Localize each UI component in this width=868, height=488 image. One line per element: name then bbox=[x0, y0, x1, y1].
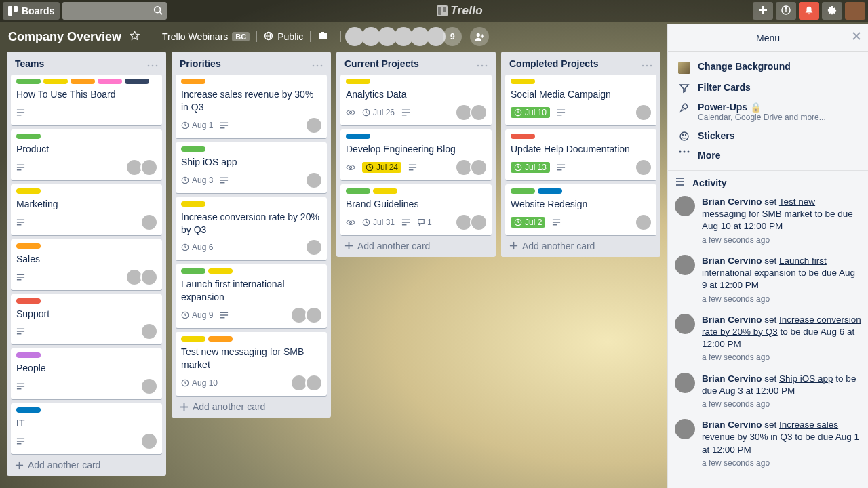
label-green bbox=[181, 268, 205, 274]
activity-avatar bbox=[675, 373, 695, 393]
card[interactable]: Sales bbox=[11, 239, 162, 290]
brand-text: Trello bbox=[450, 4, 483, 18]
member-avatar[interactable] bbox=[305, 171, 323, 189]
svg-point-46 bbox=[321, 65, 323, 67]
add-button[interactable] bbox=[753, 2, 773, 20]
boards-button[interactable]: Boards bbox=[3, 2, 60, 20]
card[interactable]: Marketing bbox=[11, 184, 162, 235]
member-avatar[interactable] bbox=[140, 432, 158, 450]
info-button[interactable] bbox=[776, 2, 796, 20]
member-avatar[interactable] bbox=[140, 378, 158, 395]
member-avatar[interactable] bbox=[305, 374, 323, 392]
svg-rect-0 bbox=[8, 6, 12, 16]
card-title: How To Use This Board bbox=[16, 88, 157, 101]
card-title: Launch first international expansion bbox=[181, 278, 321, 304]
list-menu-button[interactable] bbox=[147, 58, 158, 69]
board-canvas[interactable]: TeamsHow To Use This BoardProductMarketi… bbox=[0, 52, 667, 488]
card[interactable]: Analytics DataJul 26 bbox=[340, 75, 492, 125]
card[interactable]: Ship iOS appAug 3 bbox=[176, 142, 327, 193]
card[interactable]: Increase sales revenue by 30% in Q3Aug 1 bbox=[176, 75, 327, 138]
list-name[interactable]: Priorities bbox=[180, 58, 312, 69]
activity-header: Activity bbox=[675, 176, 861, 189]
team-name[interactable]: Trello Webinars BC bbox=[162, 31, 250, 42]
member-avatar[interactable] bbox=[470, 214, 488, 231]
search-input[interactable] bbox=[62, 2, 167, 20]
settings-button[interactable] bbox=[822, 2, 842, 20]
member-avatar[interactable] bbox=[635, 159, 652, 176]
card[interactable]: Support bbox=[11, 294, 162, 345]
label-orange bbox=[181, 79, 205, 84]
card[interactable]: Product bbox=[11, 129, 162, 180]
member-avatar[interactable] bbox=[140, 323, 158, 340]
card-title: Website Redesign bbox=[511, 198, 651, 211]
visibility-button[interactable]: Public bbox=[264, 31, 303, 43]
card[interactable]: Update Help DocumentationJul 13 bbox=[505, 129, 656, 180]
trello-logo[interactable]: Trello bbox=[170, 4, 750, 18]
add-card-button[interactable]: Add another card bbox=[11, 454, 162, 472]
briefcase-icon[interactable] bbox=[317, 30, 328, 43]
activity-item: Brian Cervino set Test new messaging for… bbox=[675, 196, 861, 245]
svg-rect-6 bbox=[443, 7, 446, 12]
menu-more[interactable]: More bbox=[675, 146, 861, 165]
notifications-button[interactable] bbox=[799, 2, 819, 20]
menu-power-ups[interactable]: Power-Ups 🔒Calendar, Google Drive and mo… bbox=[675, 98, 861, 126]
list-menu-button[interactable] bbox=[642, 58, 652, 69]
card[interactable]: Increase conversion rate by 20% by Q3Aug… bbox=[176, 197, 327, 261]
card[interactable]: IT bbox=[11, 403, 162, 454]
list-menu-button[interactable] bbox=[312, 58, 323, 69]
list-name[interactable]: Completed Projects bbox=[509, 58, 642, 69]
card-title: Sales bbox=[16, 253, 157, 266]
star-button[interactable] bbox=[130, 30, 140, 43]
member-avatar[interactable] bbox=[305, 306, 323, 324]
description-icon bbox=[220, 177, 229, 184]
label-yellow bbox=[346, 79, 370, 84]
card[interactable]: People bbox=[11, 348, 162, 399]
member-avatar[interactable] bbox=[470, 159, 488, 176]
card[interactable]: Social Media CampaignJul 10 bbox=[505, 75, 656, 125]
activity-link[interactable]: Ship iOS app bbox=[779, 373, 833, 384]
add-member-button[interactable] bbox=[470, 27, 489, 46]
card-title: Ship iOS app bbox=[181, 156, 321, 169]
member-avatar[interactable] bbox=[140, 268, 158, 286]
card[interactable]: How To Use This Board bbox=[11, 75, 162, 125]
member-avatar[interactable] bbox=[305, 117, 323, 134]
user-avatar[interactable] bbox=[845, 2, 865, 20]
card-labels bbox=[181, 268, 321, 274]
member-avatar[interactable] bbox=[305, 239, 323, 256]
menu-filter-cards[interactable]: Filter Cards bbox=[675, 78, 861, 98]
search-box[interactable] bbox=[62, 2, 167, 20]
list-menu-button[interactable] bbox=[477, 58, 488, 69]
board-title[interactable]: Company Overview bbox=[8, 30, 121, 44]
member-avatar[interactable] bbox=[470, 104, 488, 121]
board-members[interactable]: 9 bbox=[348, 27, 462, 46]
label-black bbox=[125, 79, 149, 84]
menu-stickers[interactable]: Stickers bbox=[675, 126, 861, 146]
card[interactable]: Develop Engineering BlogJul 24 bbox=[340, 129, 492, 180]
card-badges bbox=[16, 323, 157, 340]
svg-point-15 bbox=[477, 33, 480, 37]
card-members bbox=[458, 159, 488, 176]
member-avatar[interactable] bbox=[635, 104, 652, 121]
label-blue bbox=[538, 188, 562, 194]
svg-point-64 bbox=[481, 65, 484, 67]
activity-time: a few seconds ago bbox=[702, 458, 861, 468]
menu-change-background[interactable]: Change Background bbox=[675, 57, 861, 78]
card-members bbox=[637, 104, 652, 121]
card[interactable]: Test new messaging for SMB marketAug 10 bbox=[176, 332, 327, 396]
add-card-button[interactable]: Add another card bbox=[176, 396, 327, 413]
member-overflow[interactable]: 9 bbox=[443, 27, 462, 46]
card-title: Product bbox=[16, 143, 157, 156]
add-card-button[interactable]: Add another card bbox=[505, 235, 656, 253]
card[interactable]: Brand GuidelinesJul 311 bbox=[340, 184, 492, 235]
list-name[interactable]: Teams bbox=[15, 58, 147, 69]
card[interactable]: Website RedesignJul 2 bbox=[505, 184, 656, 235]
card[interactable]: Launch first international expansionAug … bbox=[176, 264, 327, 328]
close-menu-button[interactable] bbox=[852, 31, 861, 43]
description-icon bbox=[557, 109, 566, 116]
member-avatar[interactable] bbox=[635, 214, 652, 231]
plus-icon bbox=[758, 5, 768, 17]
add-card-button[interactable]: Add another card bbox=[340, 235, 492, 253]
member-avatar[interactable] bbox=[140, 159, 158, 176]
member-avatar[interactable] bbox=[140, 214, 158, 231]
list-name[interactable]: Current Projects bbox=[344, 58, 477, 69]
